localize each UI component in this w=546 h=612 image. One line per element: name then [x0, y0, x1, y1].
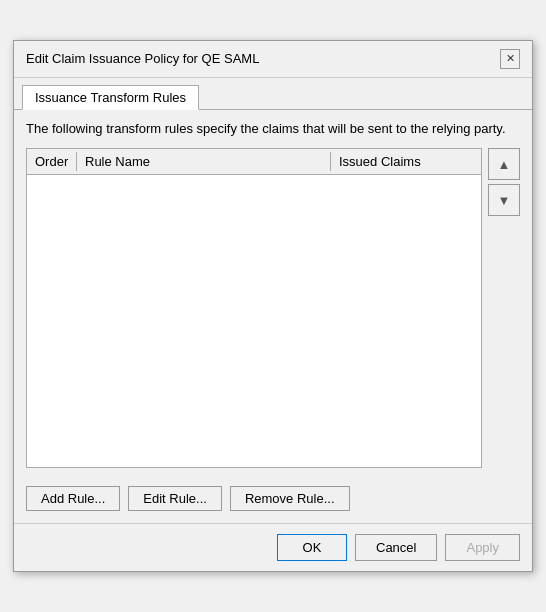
rules-table: Order Rule Name Issued Claims [26, 148, 482, 468]
col-header-order: Order [27, 152, 77, 171]
title-bar: Edit Claim Issuance Policy for QE SAML ✕ [14, 41, 532, 78]
col-header-rule-name: Rule Name [77, 152, 331, 171]
ok-button[interactable]: OK [277, 534, 347, 561]
rule-buttons-bar: Add Rule... Edit Rule... Remove Rule... [26, 478, 520, 519]
edit-rule-button[interactable]: Edit Rule... [128, 486, 222, 511]
footer: OK Cancel Apply [14, 523, 532, 571]
down-arrow-icon: ▼ [498, 193, 511, 208]
tab-bar: Issuance Transform Rules [14, 78, 532, 110]
up-arrow-icon: ▲ [498, 157, 511, 172]
dialog-title: Edit Claim Issuance Policy for QE SAML [26, 51, 259, 66]
move-down-button[interactable]: ▼ [488, 184, 520, 216]
side-buttons: ▲ ▼ [488, 148, 520, 216]
apply-button[interactable]: Apply [445, 534, 520, 561]
cancel-button[interactable]: Cancel [355, 534, 437, 561]
table-header: Order Rule Name Issued Claims [27, 149, 481, 175]
remove-rule-button[interactable]: Remove Rule... [230, 486, 350, 511]
table-wrapper: Order Rule Name Issued Claims ▲ ▼ [26, 148, 520, 468]
main-content: The following transform rules specify th… [14, 110, 532, 523]
close-button[interactable]: ✕ [500, 49, 520, 69]
dialog: Edit Claim Issuance Policy for QE SAML ✕… [13, 40, 533, 572]
description-text: The following transform rules specify th… [26, 120, 520, 138]
table-body [27, 175, 481, 465]
col-header-issued-claims: Issued Claims [331, 152, 481, 171]
move-up-button[interactable]: ▲ [488, 148, 520, 180]
add-rule-button[interactable]: Add Rule... [26, 486, 120, 511]
tab-issuance-transform-rules[interactable]: Issuance Transform Rules [22, 85, 199, 110]
